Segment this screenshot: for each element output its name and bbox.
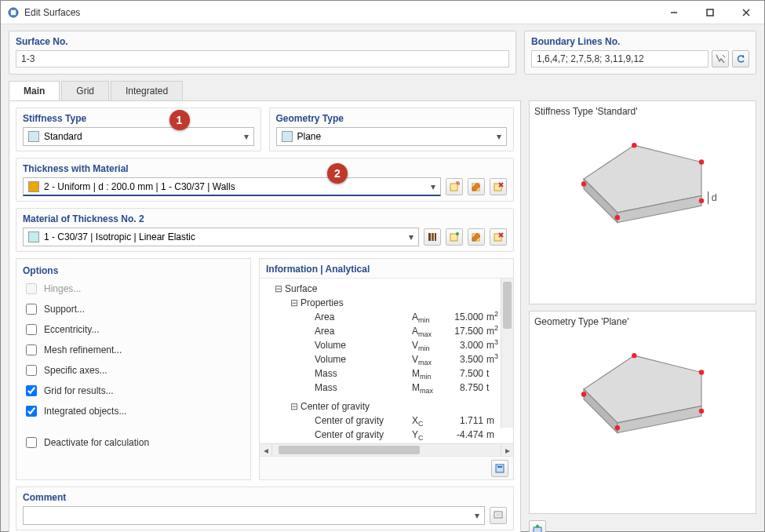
svg-rect-7 (450, 184, 457, 191)
preview-settings-button[interactable] (529, 520, 546, 532)
header-row: Surface No. 1-3 Boundary Lines No. 1,6,4… (1, 24, 764, 75)
app-icon (7, 6, 20, 19)
info-header: Information | Analytical (260, 259, 513, 278)
info-property-row: AreaAmax17.500m2 (263, 324, 510, 338)
svg-point-41 (699, 370, 704, 374)
svg-rect-23 (497, 466, 502, 468)
svg-rect-15 (435, 233, 436, 241)
svg-rect-1 (11, 10, 16, 15)
options-pane: Options Hinges... Support... Eccentricit… (16, 258, 251, 480)
reverse-button[interactable] (732, 50, 749, 67)
option-grid-results[interactable]: Grid for results... (23, 383, 244, 399)
maximize-button[interactable] (692, 1, 728, 24)
boundary-input[interactable]: 1,6,4,7; 2,7,5,8; 3,11,9,12 (531, 50, 709, 67)
svg-point-42 (699, 408, 704, 413)
info-property-row: VolumeVmin3.000m3 (263, 338, 510, 352)
thickness-edit-button[interactable] (468, 178, 485, 195)
thickness-new-button[interactable] (446, 178, 463, 195)
info-pane: Information | Analytical ⊟Surface ⊟Prope… (259, 258, 514, 480)
svg-rect-3 (707, 9, 713, 16)
geometry-preview-label: Geometry Type 'Plane' (534, 316, 751, 327)
material-new-button[interactable] (446, 228, 463, 246)
chevron-down-icon: ▾ (475, 510, 479, 521)
option-hinges: Hinges... (23, 281, 244, 297)
chevron-down-icon: ▾ (497, 131, 501, 142)
material-select[interactable]: 1 - C30/37 | Isotropic | Linear Elastic … (23, 228, 419, 246)
chevron-down-icon: ▾ (431, 181, 435, 192)
tab-main[interactable]: Main (9, 81, 60, 100)
type-row: 1 Stiffness Type Standard ▾ Geometry Typ… (16, 107, 514, 151)
option-integrated[interactable]: Integrated objects... (23, 403, 244, 419)
info-property-row: MassMmin7.500t (263, 366, 510, 381)
thickness-label: Thickness with Material (23, 163, 507, 174)
main-panel: 1 Stiffness Type Standard ▾ Geometry Typ… (9, 100, 521, 532)
boundary-group: Boundary Lines No. 1,6,4,7; 2,7,5,8; 3,1… (524, 31, 756, 75)
option-eccentricity[interactable]: Eccentricity... (23, 322, 244, 337)
option-support[interactable]: Support... (23, 301, 244, 317)
material-edit-button[interactable] (468, 228, 485, 246)
surface-no-group: Surface No. 1-3 (9, 31, 516, 75)
tab-strip: Main Grid Integrated (9, 81, 756, 100)
svg-point-8 (457, 183, 458, 184)
pick-lines-button[interactable] (712, 50, 729, 67)
svg-point-33 (615, 215, 620, 220)
geometry-label: Geometry Type (276, 113, 508, 124)
material-library-button[interactable] (424, 228, 441, 246)
svg-point-30 (632, 143, 636, 148)
svg-line-6 (723, 55, 725, 57)
stiffness-group: 1 Stiffness Type Standard ▾ (16, 107, 261, 151)
info-toggle-button[interactable] (491, 460, 508, 477)
chevron-down-icon: ▾ (409, 231, 413, 242)
comment-pick-button[interactable] (490, 507, 507, 524)
svg-point-17 (456, 232, 459, 235)
svg-point-32 (699, 199, 704, 203)
material-color-chip (28, 231, 39, 242)
material-delete-button[interactable] (490, 228, 507, 246)
info-scrollbar-horizontal[interactable]: ◂▸ (260, 443, 513, 456)
geometry-color-chip (282, 131, 293, 142)
svg-rect-14 (432, 233, 434, 241)
annotation-badge-1: 1 (169, 110, 190, 130)
svg-point-40 (632, 352, 636, 357)
geometry-preview: Geometry Type 'Plane' (529, 311, 756, 515)
geometry-group: Geometry Type Plane ▾ (269, 107, 515, 151)
option-deactivate[interactable]: Deactivate for calculation (23, 435, 244, 450)
comment-group: Comment ▾ (16, 486, 514, 530)
svg-rect-25 (496, 513, 501, 516)
svg-text:d: d (712, 191, 717, 203)
stiffness-preview: Stiffness Type 'Standard' d (529, 100, 756, 304)
svg-rect-22 (496, 465, 504, 472)
svg-point-31 (699, 159, 704, 164)
dialog-body: 1 Stiffness Type Standard ▾ Geometry Typ… (1, 100, 764, 532)
thickness-color-chip (28, 181, 39, 192)
info-scrollbar-vertical[interactable] (501, 279, 513, 428)
preview-column: Stiffness Type 'Standard' d Geometry Typ… (529, 100, 756, 532)
options-label: Options (23, 265, 244, 276)
lower-row: Options Hinges... Support... Eccentricit… (16, 258, 514, 480)
comment-label: Comment (23, 492, 507, 503)
geometry-preview-image (534, 330, 751, 448)
stiffness-select[interactable]: Standard ▾ (23, 127, 254, 146)
thickness-delete-button[interactable] (490, 178, 507, 195)
tab-grid[interactable]: Grid (61, 81, 109, 100)
info-property-row: AreaAmin15.000m2 (263, 310, 510, 324)
svg-point-43 (615, 425, 620, 430)
svg-point-29 (581, 181, 586, 186)
chevron-down-icon: ▾ (244, 131, 249, 142)
comment-input[interactable]: ▾ (23, 506, 485, 525)
option-mesh[interactable]: Mesh refinement... (23, 342, 244, 358)
thickness-select[interactable]: 2 - Uniform | d : 200.0 mm | 1 - C30/37 … (23, 177, 441, 196)
surface-no-input[interactable]: 1-3 (16, 50, 509, 67)
info-tree[interactable]: ⊟Surface ⊟Properties AreaAmin15.000m2Are… (260, 278, 513, 442)
close-button[interactable] (728, 1, 764, 24)
info-property-row: MassMmax8.750t (263, 381, 510, 395)
geometry-select[interactable]: Plane ▾ (276, 127, 508, 146)
svg-marker-45 (535, 524, 540, 527)
minimize-button[interactable] (656, 1, 692, 24)
tab-integrated[interactable]: Integrated (111, 81, 183, 100)
option-axes[interactable]: Specific axes... (23, 363, 244, 378)
info-property-row: VolumeVmax3.500m3 (263, 352, 510, 366)
titlebar: Edit Surfaces (1, 1, 764, 24)
material-group: Material of Thickness No. 2 1 - C30/37 |… (16, 208, 514, 252)
annotation-badge-2: 2 (327, 163, 348, 184)
